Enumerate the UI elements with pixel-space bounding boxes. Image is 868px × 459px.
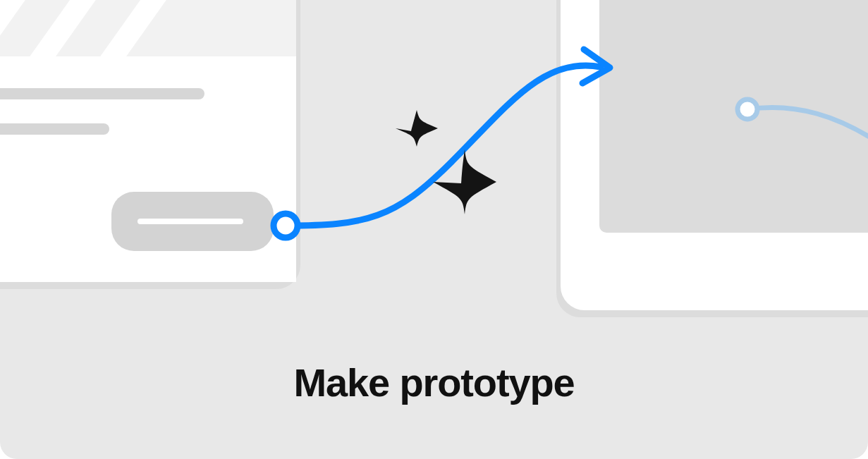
placeholder-line (0, 123, 109, 135)
svg-rect-9 (137, 219, 243, 224)
sparkle-icon (433, 149, 496, 214)
prototype-connection[interactable] (286, 66, 601, 226)
sparkle-icon (396, 110, 438, 147)
card-title: Make prototype (0, 360, 868, 405)
target-screen-mock (556, 0, 868, 317)
cta-button-mock[interactable] (111, 192, 274, 251)
feature-card: Make prototype (0, 0, 868, 459)
bezier-node-icon[interactable] (738, 99, 757, 119)
hotspot-handle-icon[interactable] (274, 214, 298, 238)
source-screen-mock (0, 0, 300, 289)
placeholder-line (0, 88, 204, 99)
